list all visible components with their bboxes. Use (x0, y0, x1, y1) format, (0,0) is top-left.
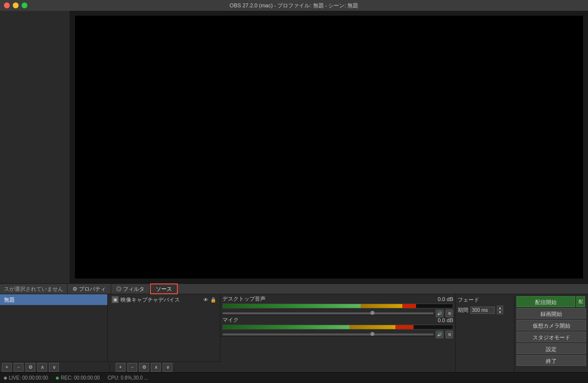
sources-up-button[interactable]: ∧ (151, 363, 161, 372)
live-status: LIVE: 00:00:00:00 (4, 375, 48, 381)
tab-bar: スが選択されていません ⚙ プロパティ ◎ フィルタ ソース (0, 283, 588, 294)
cpu-label: CPU: 0.8%,30.0 ... (108, 375, 148, 381)
scenes-panel: 無題 (0, 294, 108, 372)
audio-panel: デスクトップ音声 0.0 dB 🔊 ⚙ マイク 0.0 dB (220, 294, 456, 372)
rec-label: REC: 00:00:00:00 (61, 375, 100, 381)
settings-button[interactable]: 設定 (516, 343, 586, 354)
preview-canvas (75, 16, 583, 279)
window-title: OBS 27.2.0 (mac) - プロファイル: 無題 - シーン: 無題 (230, 2, 359, 9)
desktop-mute-button[interactable]: 🔊 (436, 309, 443, 317)
controls-panel: 配信開始 配 録画開始 仮想カメラ開始 スタジオモード 設定 終了 (514, 294, 588, 372)
sources-remove-button[interactable]: － (127, 363, 137, 372)
period-up-btn[interactable]: ▲ (497, 306, 503, 310)
desktop-audio-meter (222, 304, 453, 308)
close-button[interactable] (4, 2, 10, 8)
sources-settings-button[interactable]: ⚙ (139, 363, 149, 372)
mic-mute-button[interactable]: 🔊 (436, 331, 443, 338)
scenes-add-button[interactable]: + (2, 363, 12, 372)
no-scene-label: スが選択されていません (0, 283, 68, 294)
cpu-status: CPU: 0.8%,30.0 ... (108, 375, 148, 381)
desktop-audio-db: 0.0 dB (434, 296, 453, 302)
period-label: 期間 (458, 306, 468, 314)
source-item[interactable]: ▣ 映像キャプチャデバイス 👁 🔒 (108, 294, 220, 305)
desktop-settings-button[interactable]: ⚙ (445, 309, 453, 317)
status-bar: LIVE: 00:00:00:00 REC: 00:00:00:00 CPU: … (0, 372, 588, 383)
preview-area (70, 11, 588, 283)
start-recording-button[interactable]: 録画開始 (516, 308, 586, 319)
source-item-label: 映像キャプチャデバイス (121, 296, 180, 304)
transitions-panel: フェード 期間 ▲ ▼ (456, 294, 514, 372)
sources-down-button[interactable]: ∨ (163, 363, 172, 372)
desktop-audio-name: デスクトップ音声 (222, 295, 266, 303)
filter-tab[interactable]: ◎ フィルタ (111, 283, 150, 294)
rec-dot (56, 377, 59, 380)
source-lock-icon[interactable]: 🔒 (210, 297, 216, 303)
traffic-lights (4, 2, 27, 8)
studio-mode-button[interactable]: スタジオモード (516, 332, 586, 342)
streaming-extra-button[interactable]: 配 (576, 296, 585, 307)
desktop-audio-channel: デスクトップ音声 0.0 dB 🔊 ⚙ (220, 294, 455, 315)
maximize-button[interactable] (22, 2, 27, 8)
virtual-camera-button[interactable]: 仮想カメラ開始 (516, 320, 586, 331)
bottom-actions-bar: + － ⚙ ∧ ∨ + － ⚙ ∧ ∨ (0, 361, 220, 372)
titlebar: OBS 27.2.0 (mac) - プロファイル: 無題 - シーン: 無題 (0, 0, 588, 11)
start-streaming-button[interactable]: 配信開始 (516, 296, 575, 307)
exit-button[interactable]: 終了 (516, 355, 586, 366)
scenes-settings-button[interactable]: ⚙ (25, 363, 35, 372)
scenes-up-button[interactable]: ∧ (37, 363, 47, 372)
filter-tab-label: ◎ フィルタ (116, 285, 145, 293)
sources-panel: ▣ 映像キャプチャデバイス 👁 🔒 (108, 294, 220, 372)
mic-audio-meter (222, 325, 453, 330)
period-input[interactable] (470, 306, 495, 314)
properties-tab-label: ⚙ プロパティ (73, 285, 106, 293)
live-dot (4, 377, 7, 380)
sources-add-button[interactable]: + (116, 363, 125, 372)
mic-audio-name: マイク (222, 316, 239, 324)
source-tab-label: ソース (156, 285, 172, 293)
video-capture-icon: ▣ (112, 296, 119, 303)
mic-settings-button[interactable]: ⚙ (445, 331, 453, 338)
source-visibility-icon[interactable]: 👁 (203, 297, 208, 303)
period-down-btn[interactable]: ▼ (497, 310, 503, 314)
fade-label: フェード (458, 296, 479, 304)
scene-item[interactable]: 無題 (0, 294, 107, 305)
scenes-remove-button[interactable]: － (14, 363, 24, 372)
scenes-down-button[interactable]: ∨ (49, 363, 59, 372)
rec-status: REC: 00:00:00:00 (56, 375, 100, 381)
source-tab[interactable]: ソース (150, 283, 178, 294)
mic-audio-db: 0.0 dB (434, 317, 453, 323)
minimize-button[interactable] (13, 2, 19, 8)
scene-item-label: 無題 (4, 296, 15, 304)
left-panel (0, 11, 70, 283)
live-label: LIVE: 00:00:00:00 (9, 375, 48, 381)
mic-audio-channel: マイク 0.0 dB 🔊 ⚙ (220, 315, 455, 336)
properties-tab[interactable]: ⚙ プロパティ (68, 283, 111, 294)
